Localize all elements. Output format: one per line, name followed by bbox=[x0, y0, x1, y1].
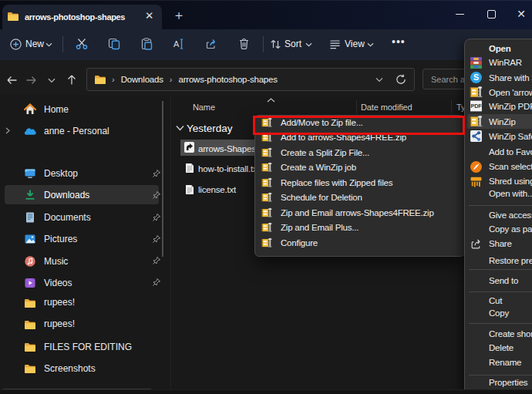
svg-text:A: A bbox=[173, 39, 180, 49]
svg-text:S: S bbox=[473, 72, 479, 82]
svg-text:PDF: PDF bbox=[471, 103, 483, 109]
